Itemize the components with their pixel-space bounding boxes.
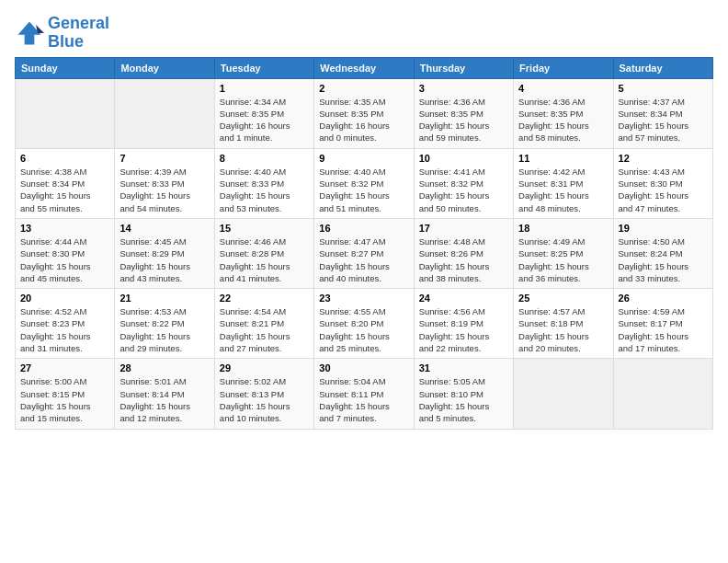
calendar-week-4: 20Sunrise: 4:52 AM Sunset: 8:23 PM Dayli… <box>16 289 713 359</box>
day-number: 24 <box>419 293 508 304</box>
calendar-day <box>514 359 613 429</box>
page-header: General Blue <box>15 15 713 52</box>
day-number: 6 <box>20 153 109 164</box>
calendar-day: 2Sunrise: 4:35 AM Sunset: 8:35 PM Daylig… <box>314 78 414 148</box>
calendar-day: 14Sunrise: 4:45 AM Sunset: 8:29 PM Dayli… <box>115 218 214 288</box>
calendar-week-5: 27Sunrise: 5:00 AM Sunset: 8:15 PM Dayli… <box>16 359 713 429</box>
calendar-day: 8Sunrise: 4:40 AM Sunset: 8:33 PM Daylig… <box>214 148 313 218</box>
logo-icon <box>15 18 44 48</box>
day-number: 9 <box>319 153 408 164</box>
day-number: 15 <box>220 223 309 234</box>
day-detail: Sunrise: 4:47 AM Sunset: 8:27 PM Dayligh… <box>319 236 408 284</box>
calendar-week-2: 6Sunrise: 4:38 AM Sunset: 8:34 PM Daylig… <box>16 148 713 218</box>
day-number: 1 <box>220 83 309 94</box>
logo: General Blue <box>15 15 109 52</box>
logo-text: General Blue <box>48 15 109 52</box>
day-detail: Sunrise: 4:55 AM Sunset: 8:20 PM Dayligh… <box>319 305 408 354</box>
day-number: 8 <box>220 153 309 164</box>
day-number: 19 <box>619 223 708 234</box>
day-number: 30 <box>319 362 408 373</box>
day-detail: Sunrise: 4:46 AM Sunset: 8:28 PM Dayligh… <box>220 236 309 284</box>
day-number: 26 <box>619 293 708 304</box>
calendar-day: 27Sunrise: 5:00 AM Sunset: 8:15 PM Dayli… <box>16 359 115 429</box>
calendar-day: 21Sunrise: 4:53 AM Sunset: 8:22 PM Dayli… <box>115 289 214 359</box>
day-detail: Sunrise: 4:52 AM Sunset: 8:23 PM Dayligh… <box>20 305 109 354</box>
day-detail: Sunrise: 4:50 AM Sunset: 8:24 PM Dayligh… <box>619 236 708 284</box>
day-detail: Sunrise: 4:36 AM Sunset: 8:35 PM Dayligh… <box>419 96 508 144</box>
day-detail: Sunrise: 4:48 AM Sunset: 8:26 PM Dayligh… <box>419 236 508 284</box>
calendar-week-3: 13Sunrise: 4:44 AM Sunset: 8:30 PM Dayli… <box>16 218 713 288</box>
day-number: 27 <box>20 362 109 373</box>
day-detail: Sunrise: 4:44 AM Sunset: 8:30 PM Dayligh… <box>20 236 109 284</box>
day-detail: Sunrise: 5:04 AM Sunset: 8:11 PM Dayligh… <box>319 375 408 424</box>
day-detail: Sunrise: 4:41 AM Sunset: 8:32 PM Dayligh… <box>419 166 508 214</box>
day-detail: Sunrise: 4:49 AM Sunset: 8:25 PM Dayligh… <box>518 236 608 284</box>
day-number: 29 <box>220 362 309 373</box>
calendar-day: 7Sunrise: 4:39 AM Sunset: 8:33 PM Daylig… <box>115 148 214 218</box>
calendar-day: 28Sunrise: 5:01 AM Sunset: 8:14 PM Dayli… <box>115 359 214 429</box>
calendar-day: 5Sunrise: 4:37 AM Sunset: 8:34 PM Daylig… <box>613 78 712 148</box>
day-number: 31 <box>419 362 508 373</box>
day-number: 18 <box>518 223 608 234</box>
column-header-monday: Monday <box>115 57 214 78</box>
day-number: 12 <box>619 153 708 164</box>
day-number: 17 <box>419 223 508 234</box>
day-number: 16 <box>319 223 408 234</box>
column-header-friday: Friday <box>514 57 613 78</box>
day-number: 3 <box>419 83 508 94</box>
day-detail: Sunrise: 4:39 AM Sunset: 8:33 PM Dayligh… <box>119 166 209 214</box>
calendar-day <box>613 359 712 429</box>
day-detail: Sunrise: 4:35 AM Sunset: 8:35 PM Dayligh… <box>319 96 408 144</box>
day-detail: Sunrise: 4:40 AM Sunset: 8:32 PM Dayligh… <box>319 166 408 214</box>
calendar-day: 11Sunrise: 4:42 AM Sunset: 8:31 PM Dayli… <box>514 148 613 218</box>
day-number: 4 <box>518 83 608 94</box>
calendar-day: 4Sunrise: 4:36 AM Sunset: 8:35 PM Daylig… <box>514 78 613 148</box>
calendar-day: 24Sunrise: 4:56 AM Sunset: 8:19 PM Dayli… <box>414 289 513 359</box>
calendar-day: 3Sunrise: 4:36 AM Sunset: 8:35 PM Daylig… <box>414 78 513 148</box>
day-detail: Sunrise: 4:53 AM Sunset: 8:22 PM Dayligh… <box>119 305 209 354</box>
calendar-day <box>115 78 214 148</box>
day-detail: Sunrise: 4:57 AM Sunset: 8:18 PM Dayligh… <box>518 305 608 354</box>
calendar-day: 17Sunrise: 4:48 AM Sunset: 8:26 PM Dayli… <box>414 218 513 288</box>
day-number: 10 <box>419 153 508 164</box>
calendar-week-1: 1Sunrise: 4:34 AM Sunset: 8:35 PM Daylig… <box>16 78 713 148</box>
calendar-day: 9Sunrise: 4:40 AM Sunset: 8:32 PM Daylig… <box>314 148 414 218</box>
day-number: 21 <box>119 293 209 304</box>
column-header-thursday: Thursday <box>414 57 513 78</box>
calendar-day: 25Sunrise: 4:57 AM Sunset: 8:18 PM Dayli… <box>514 289 613 359</box>
day-number: 13 <box>20 223 109 234</box>
day-detail: Sunrise: 5:02 AM Sunset: 8:13 PM Dayligh… <box>220 375 309 424</box>
calendar-day: 13Sunrise: 4:44 AM Sunset: 8:30 PM Dayli… <box>16 218 115 288</box>
day-number: 20 <box>20 293 109 304</box>
day-detail: Sunrise: 5:05 AM Sunset: 8:10 PM Dayligh… <box>419 375 508 424</box>
day-detail: Sunrise: 4:34 AM Sunset: 8:35 PM Dayligh… <box>220 96 309 144</box>
calendar-day: 19Sunrise: 4:50 AM Sunset: 8:24 PM Dayli… <box>613 218 712 288</box>
day-detail: Sunrise: 4:54 AM Sunset: 8:21 PM Dayligh… <box>220 305 309 354</box>
day-number: 28 <box>119 362 209 373</box>
day-detail: Sunrise: 4:37 AM Sunset: 8:34 PM Dayligh… <box>619 96 708 144</box>
day-number: 2 <box>319 83 408 94</box>
column-header-saturday: Saturday <box>613 57 712 78</box>
day-detail: Sunrise: 4:45 AM Sunset: 8:29 PM Dayligh… <box>119 236 209 284</box>
calendar-day: 30Sunrise: 5:04 AM Sunset: 8:11 PM Dayli… <box>314 359 414 429</box>
calendar-day: 18Sunrise: 4:49 AM Sunset: 8:25 PM Dayli… <box>514 218 613 288</box>
column-header-sunday: Sunday <box>16 57 115 78</box>
day-number: 7 <box>119 153 209 164</box>
day-detail: Sunrise: 5:01 AM Sunset: 8:14 PM Dayligh… <box>119 375 209 424</box>
day-number: 5 <box>619 83 708 94</box>
day-number: 14 <box>119 223 209 234</box>
calendar-day: 20Sunrise: 4:52 AM Sunset: 8:23 PM Dayli… <box>16 289 115 359</box>
column-header-tuesday: Tuesday <box>214 57 313 78</box>
column-header-wednesday: Wednesday <box>314 57 414 78</box>
calendar-day: 22Sunrise: 4:54 AM Sunset: 8:21 PM Dayli… <box>214 289 313 359</box>
calendar-day: 26Sunrise: 4:59 AM Sunset: 8:17 PM Dayli… <box>613 289 712 359</box>
day-detail: Sunrise: 4:59 AM Sunset: 8:17 PM Dayligh… <box>619 305 708 354</box>
calendar-day: 10Sunrise: 4:41 AM Sunset: 8:32 PM Dayli… <box>414 148 513 218</box>
calendar-day: 15Sunrise: 4:46 AM Sunset: 8:28 PM Dayli… <box>214 218 313 288</box>
day-number: 11 <box>518 153 608 164</box>
day-detail: Sunrise: 4:40 AM Sunset: 8:33 PM Dayligh… <box>220 166 309 214</box>
calendar-day: 31Sunrise: 5:05 AM Sunset: 8:10 PM Dayli… <box>414 359 513 429</box>
calendar-table: SundayMondayTuesdayWednesdayThursdayFrid… <box>15 57 713 430</box>
day-detail: Sunrise: 4:43 AM Sunset: 8:30 PM Dayligh… <box>619 166 708 214</box>
day-detail: Sunrise: 4:56 AM Sunset: 8:19 PM Dayligh… <box>419 305 508 354</box>
